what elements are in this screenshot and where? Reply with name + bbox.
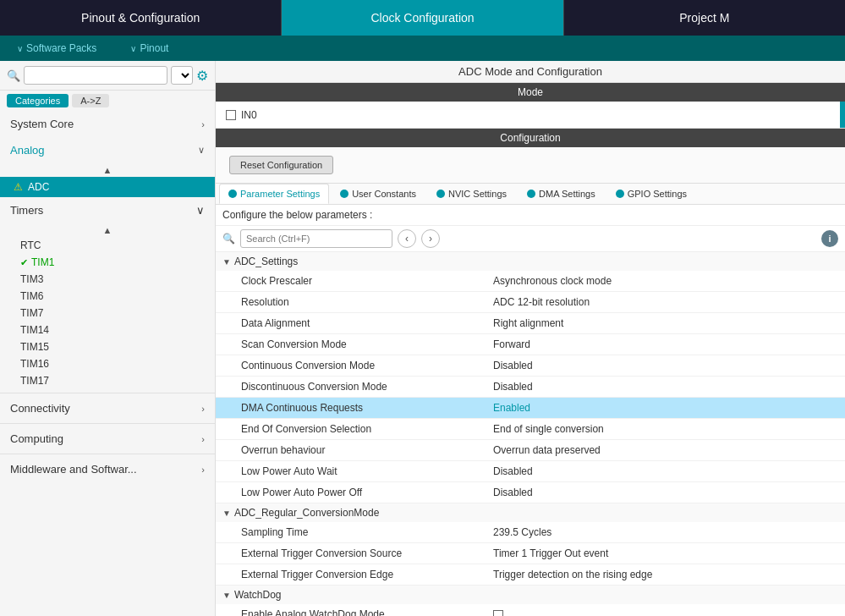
chevron-down-icon: ∨ bbox=[130, 44, 136, 53]
sidebar-item-middleware[interactable]: Middleware and Softwar... › bbox=[0, 454, 215, 484]
check-icon: ✔ bbox=[20, 257, 28, 268]
reset-config-button[interactable]: Reset Configuration bbox=[229, 156, 333, 174]
chevron-down-icon: ∨ bbox=[17, 44, 23, 53]
param-discontinuous-conversion-mode: Discontinuous Conversion Mode Disabled bbox=[216, 377, 845, 398]
sidebar-item-tim3[interactable]: TIM3 bbox=[0, 271, 215, 288]
sidebar-item-tim7[interactable]: TIM7 bbox=[0, 305, 215, 322]
mode-content: IN0 bbox=[216, 102, 845, 129]
sidebar-item-analog[interactable]: Analog ∨ bbox=[0, 137, 215, 163]
param-continuous-conversion-mode: Continuous Conversion Mode Disabled bbox=[216, 355, 845, 377]
up-arrow-icon: ▲ bbox=[103, 225, 112, 235]
sidebar-item-tim17[interactable]: TIM17 bbox=[0, 372, 215, 389]
gear-icon[interactable]: ⚙ bbox=[196, 68, 208, 84]
param-data-alignment: Data Alignment Right alignment bbox=[216, 313, 845, 334]
second-navigation: ∨ Software Packs ∨ Pinout bbox=[0, 36, 845, 61]
tab-dma-settings[interactable]: DMA Settings bbox=[518, 184, 605, 204]
search-icon: 🔍 bbox=[222, 233, 235, 245]
param-scan-conversion-mode: Scan Conversion Mode Forward bbox=[216, 334, 845, 355]
params-table: ▼ ADC_Settings Clock Prescaler Asynchron… bbox=[216, 252, 845, 616]
up-arrow-icon: ▲ bbox=[103, 165, 112, 175]
content-panel: ADC Mode and Configuration Mode IN0 Conf… bbox=[216, 61, 845, 616]
tab-parameter-settings[interactable]: Parameter Settings bbox=[219, 184, 329, 204]
prev-result-button[interactable]: ‹ bbox=[398, 229, 416, 248]
sidebar-item-system-core[interactable]: System Core › bbox=[0, 111, 215, 137]
chevron-right-icon: › bbox=[201, 465, 205, 475]
analog-scroll-up[interactable]: ▲ bbox=[0, 163, 215, 177]
tab-categories[interactable]: Categories bbox=[7, 94, 69, 107]
nav-pinout-config[interactable]: Pinout & Configuration bbox=[0, 0, 282, 36]
expand-icon: ▼ bbox=[222, 591, 231, 600]
param-low-power-auto-wait: Low Power Auto Wait Disabled bbox=[216, 461, 845, 482]
section-adc-settings[interactable]: ▼ ADC_Settings bbox=[216, 252, 845, 271]
params-search-bar: 🔍 ‹ › i bbox=[216, 226, 845, 252]
watchdog-checkbox[interactable] bbox=[493, 610, 503, 616]
warning-icon: ⚠ bbox=[14, 181, 23, 193]
param-dma-continuous-requests[interactable]: DMA Continuous Requests Enabled bbox=[216, 398, 845, 419]
chevron-down-icon: ∨ bbox=[196, 204, 205, 217]
sidebar-item-adc[interactable]: ⚠ ADC bbox=[0, 177, 215, 197]
sidebar-item-rtc[interactable]: RTC bbox=[0, 237, 215, 254]
software-packs-link[interactable]: ∨ Software Packs bbox=[17, 42, 96, 54]
main-layout: 🔍 ⚙ Categories A->Z System Core › bbox=[0, 61, 845, 616]
sidebar-search-input[interactable] bbox=[24, 66, 167, 85]
param-end-of-conversion: End Of Conversion Selection End of singl… bbox=[216, 419, 845, 440]
dot-icon bbox=[436, 190, 445, 198]
chevron-right-icon: › bbox=[201, 404, 205, 414]
param-enable-watchdog: Enable Analog WatchDog Mode bbox=[216, 604, 845, 616]
expand-icon: ▼ bbox=[222, 509, 231, 518]
panel-title: ADC Mode and Configuration bbox=[216, 61, 845, 83]
nav-project[interactable]: Project M bbox=[564, 0, 845, 36]
tab-user-constants[interactable]: User Constants bbox=[331, 184, 425, 204]
dot-icon bbox=[616, 190, 624, 198]
sidebar-item-connectivity[interactable]: Connectivity › bbox=[0, 393, 215, 423]
info-button[interactable]: i bbox=[821, 230, 838, 247]
sidebar: 🔍 ⚙ Categories A->Z System Core › bbox=[0, 61, 216, 616]
chevron-down-icon: ∨ bbox=[198, 145, 205, 156]
mode-header: Mode bbox=[216, 83, 845, 102]
tab-a-z[interactable]: A->Z bbox=[72, 94, 109, 107]
timer-items-list: RTC ✔ TIM1 TIM3 TIM6 TIM7 TIM14 bbox=[0, 237, 215, 393]
param-clock-prescaler: Clock Prescaler Asynchronous clock mode bbox=[216, 271, 845, 292]
dot-icon bbox=[340, 190, 348, 198]
next-result-button[interactable]: › bbox=[421, 229, 440, 248]
sidebar-item-tim14[interactable]: TIM14 bbox=[0, 322, 215, 338]
dot-icon bbox=[527, 190, 535, 198]
sidebar-item-tim15[interactable]: TIM15 bbox=[0, 338, 215, 355]
chevron-right-icon: › bbox=[201, 434, 205, 444]
in0-checkbox[interactable] bbox=[226, 110, 236, 120]
pinout-link[interactable]: ∨ Pinout bbox=[130, 42, 168, 54]
sidebar-search-dropdown[interactable] bbox=[171, 66, 193, 85]
search-icon: 🔍 bbox=[7, 69, 20, 82]
tab-nvic-settings[interactable]: NVIC Settings bbox=[427, 184, 516, 204]
sidebar-search-bar: 🔍 ⚙ bbox=[0, 61, 215, 91]
sidebar-item-tim16[interactable]: TIM16 bbox=[0, 355, 215, 372]
timers-scroll-up[interactable]: ▲ bbox=[0, 223, 215, 237]
dot-icon bbox=[228, 190, 237, 198]
sidebar-tabs: Categories A->Z bbox=[0, 91, 215, 111]
sidebar-item-tim6[interactable]: TIM6 bbox=[0, 288, 215, 305]
config-header: Configuration bbox=[216, 129, 845, 147]
tab-gpio-settings[interactable]: GPIO Settings bbox=[606, 184, 696, 204]
chevron-right-icon: › bbox=[201, 119, 205, 129]
param-resolution: Resolution ADC 12-bit resolution bbox=[216, 292, 845, 313]
config-tabs: Parameter Settings User Constants NVIC S… bbox=[216, 184, 845, 205]
expand-icon: ▼ bbox=[222, 257, 231, 267]
param-low-power-auto-power-off: Low Power Auto Power Off Disabled bbox=[216, 482, 845, 503]
param-external-trigger-source: External Trigger Conversion Source Timer… bbox=[216, 543, 845, 564]
param-overrun-behaviour: Overrun behaviour Overrun data preserved bbox=[216, 440, 845, 461]
sidebar-item-tim1[interactable]: ✔ TIM1 bbox=[0, 254, 215, 271]
top-navigation: Pinout & Configuration Clock Configurati… bbox=[0, 0, 845, 36]
param-external-trigger-edge: External Trigger Conversion Edge Trigger… bbox=[216, 564, 845, 586]
params-search-input[interactable] bbox=[240, 229, 392, 248]
param-sampling-time: Sampling Time 239.5 Cycles bbox=[216, 522, 845, 543]
section-adc-regular[interactable]: ▼ ADC_Regular_ConversionMode bbox=[216, 503, 845, 522]
sidebar-content: System Core › Analog ∨ ▲ ⚠ ADC Timers ∨ bbox=[0, 111, 215, 616]
params-label: Configure the below parameters : bbox=[216, 205, 845, 226]
sidebar-item-timers[interactable]: Timers ∨ bbox=[0, 197, 215, 223]
nav-clock-config[interactable]: Clock Configuration bbox=[282, 0, 563, 36]
sidebar-item-computing[interactable]: Computing › bbox=[0, 423, 215, 454]
section-watchdog[interactable]: ▼ WatchDog bbox=[216, 586, 845, 604]
